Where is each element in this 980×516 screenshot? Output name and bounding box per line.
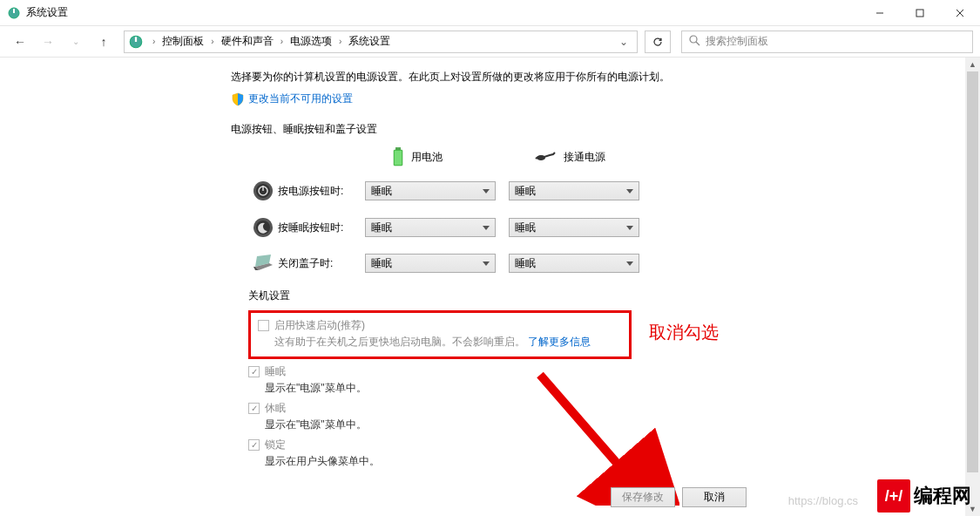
recent-dropdown[interactable]: ⌄ [63, 29, 89, 55]
intro-text: 选择要为你的计算机设置的电源设置。在此页上对设置所做的更改将应用于你所有的电源计… [231, 70, 980, 85]
chevron-down-icon[interactable]: ⌄ [614, 36, 633, 48]
power-options-icon [128, 34, 144, 50]
fast-startup-label: 启用快速启动(推荐) [274, 318, 365, 333]
column-plugged: 接通电源 [510, 150, 653, 165]
lid-plugged-dropdown[interactable]: 睡眠 [509, 254, 639, 273]
hibernate-checkbox[interactable] [248, 403, 260, 414]
watermark: https://blog.cs [788, 494, 858, 507]
section-power-buttons: 电源按钮、睡眠按钮和盖子设置 [231, 122, 980, 137]
plug-icon [534, 150, 557, 164]
column-battery: 用电池 [366, 147, 510, 166]
sleep-battery-dropdown[interactable]: 睡眠 [365, 218, 496, 237]
save-button[interactable]: 保存修改 [611, 487, 675, 507]
lock-desc: 显示在用户头像菜单中。 [265, 454, 980, 469]
shutdown-title: 关机设置 [248, 289, 980, 303]
up-button[interactable]: ↑ [91, 29, 117, 55]
chevron-right-icon: › [147, 37, 160, 46]
admin-link[interactable]: 更改当前不可用的设置 [231, 92, 980, 106]
search-placeholder: 搜索控制面板 [706, 34, 768, 49]
chevron-right-icon: › [206, 37, 219, 46]
close-button[interactable] [940, 0, 980, 26]
site-logo: /+/ 编程网 [877, 479, 971, 513]
scroll-thumb[interactable] [967, 71, 978, 472]
sleep-option: 睡眠 显示在"电源"菜单中。 [248, 364, 980, 396]
window-title: 系统设置 [26, 5, 860, 20]
sleep-button-icon [253, 217, 274, 238]
sleep-plugged-dropdown[interactable]: 睡眠 [509, 218, 639, 237]
fast-startup-checkbox[interactable] [258, 320, 269, 331]
row-label: 按电源按钮时: [278, 184, 365, 199]
power-plugged-dropdown[interactable]: 睡眠 [509, 181, 639, 200]
chevron-right-icon: › [334, 37, 347, 46]
sleep-label: 睡眠 [265, 364, 286, 379]
maximize-button[interactable] [900, 0, 940, 26]
titlebar: 系统设置 [0, 0, 980, 26]
hibernate-desc: 显示在"电源"菜单中。 [265, 418, 980, 432]
lid-battery-dropdown[interactable]: 睡眠 [365, 254, 496, 273]
highlight-box: 启用快速启动(推荐) 这有助于在关机之后更快地启动电脑。不会影响重启。 了解更多… [248, 310, 632, 359]
learn-more-link[interactable]: 了解更多信息 [528, 336, 591, 348]
admin-link-text: 更改当前不可用的设置 [248, 92, 353, 106]
logo-text: 编程网 [914, 483, 971, 509]
forward-button[interactable]: → [35, 29, 61, 55]
battery-icon [392, 147, 404, 166]
logo-badge: /+/ [877, 479, 910, 513]
laptop-lid-icon [252, 255, 274, 272]
fast-startup-desc: 这有助于在关机之后更快地启动电脑。不会影响重启。 了解更多信息 [274, 335, 622, 350]
row-label: 关闭盖子时: [278, 256, 365, 271]
lock-checkbox[interactable] [248, 439, 260, 451]
svg-rect-7 [135, 37, 137, 42]
breadcrumb[interactable]: › 控制面板 › 硬件和声音 › 电源选项 › 系统设置 ⌄ [124, 31, 638, 53]
row-lid: 关闭盖子时: 睡眠 睡眠 [248, 254, 980, 273]
svg-line-9 [696, 42, 700, 45]
svg-rect-10 [395, 147, 401, 150]
power-grid: 用电池 接通电源 按电源按钮时: 睡眠 睡眠 按睡眠按钮时: 睡眠 睡眠 关闭盖… [248, 147, 980, 273]
breadcrumb-item[interactable]: 控制面板 [160, 34, 206, 49]
shield-icon [231, 92, 245, 106]
button-bar: 保存修改 取消 [611, 487, 747, 507]
lock-label: 锁定 [265, 438, 286, 452]
svg-rect-1 [13, 9, 15, 13]
cancel-button[interactable]: 取消 [682, 487, 747, 507]
breadcrumb-item[interactable]: 系统设置 [347, 34, 392, 49]
search-icon [689, 35, 700, 49]
window-controls [860, 0, 980, 26]
row-power-button: 按电源按钮时: 睡眠 睡眠 [248, 180, 980, 201]
power-options-icon [7, 6, 21, 20]
sleep-checkbox[interactable] [248, 366, 260, 377]
power-battery-dropdown[interactable]: 睡眠 [365, 181, 496, 200]
search-input[interactable]: 搜索控制面板 [681, 31, 973, 53]
svg-point-8 [690, 36, 697, 43]
grid-header: 用电池 接通电源 [248, 147, 980, 166]
scroll-up[interactable]: ▲ [965, 58, 980, 71]
sleep-desc: 显示在"电源"菜单中。 [265, 381, 980, 396]
content-pane: 选择要为你的计算机设置的电源设置。在此页上对设置所做的更改将应用于你所有的电源计… [0, 58, 980, 516]
breadcrumb-item[interactable]: 电源选项 [288, 34, 334, 49]
back-button[interactable]: ← [7, 29, 33, 55]
navbar: ← → ⌄ ↑ › 控制面板 › 硬件和声音 › 电源选项 › 系统设置 ⌄ 搜… [0, 26, 980, 58]
annotation-text: 取消勾选 [649, 321, 719, 344]
refresh-icon [652, 36, 664, 48]
refresh-button[interactable] [645, 31, 671, 53]
lock-option: 锁定 显示在用户头像菜单中。 [248, 438, 980, 469]
svg-rect-12 [395, 151, 402, 165]
hibernate-option: 休眠 显示在"电源"菜单中。 [248, 401, 980, 432]
minimize-button[interactable] [860, 0, 900, 26]
shutdown-section: 关机设置 启用快速启动(推荐) 这有助于在关机之后更快地启动电脑。不会影响重启。… [248, 289, 980, 469]
svg-rect-3 [916, 10, 923, 17]
row-label: 按睡眠按钮时: [278, 221, 365, 235]
breadcrumb-item[interactable]: 硬件和声音 [220, 34, 275, 49]
svg-point-13 [537, 155, 545, 160]
row-sleep-button: 按睡眠按钮时: 睡眠 睡眠 [248, 217, 980, 238]
fast-startup-option: 启用快速启动(推荐) [258, 318, 622, 333]
power-button-icon [253, 180, 274, 201]
chevron-right-icon: › [275, 37, 288, 46]
scrollbar[interactable]: ▲ ▼ [965, 58, 980, 516]
hibernate-label: 休眠 [265, 401, 286, 416]
